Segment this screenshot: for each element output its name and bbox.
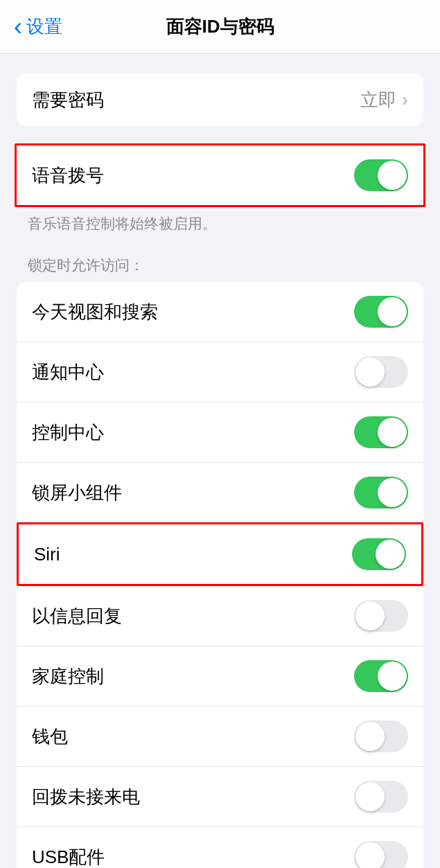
voice-dial-toggle[interactable]	[354, 159, 408, 191]
toggle-knob	[355, 842, 385, 868]
lock-access-label: 家庭控制	[32, 664, 104, 689]
toggle-knob	[376, 540, 405, 569]
lock-access-toggle[interactable]	[354, 296, 408, 328]
lock-access-label: 以信息回复	[32, 604, 122, 628]
lock-access-section: 今天视图和搜索通知中心控制中心锁屏小组件Siri以信息回复家庭控制钱包回拨未接来…	[17, 282, 423, 868]
lock-access-toggle[interactable]	[354, 841, 408, 868]
toggle-knob	[378, 662, 407, 691]
lock-access-header: 锁定时允许访问：	[0, 233, 440, 282]
lock-access-row: Siri	[19, 524, 421, 584]
highlight-siri: Siri	[17, 522, 423, 586]
voice-dial-footer: 音乐语音控制将始终被启用。	[0, 205, 440, 233]
toggle-knob	[378, 418, 407, 447]
lock-access-row: 通知中心	[17, 342, 423, 402]
toggle-knob	[355, 357, 385, 387]
lock-access-row: 钱包	[17, 706, 423, 766]
lock-access-toggle[interactable]	[354, 781, 408, 813]
lock-access-label: 锁屏小组件	[32, 481, 122, 505]
voice-dial-row: 语音拨号	[17, 145, 423, 205]
lock-access-label: 回拨未接来电	[32, 785, 140, 809]
require-passcode-value: 立即	[360, 88, 396, 112]
lock-access-label: 今天视图和搜索	[32, 300, 158, 324]
voice-dial-label: 语音拨号	[32, 163, 104, 188]
require-passcode-label: 需要密码	[32, 88, 104, 112]
lock-access-toggle[interactable]	[354, 416, 408, 448]
lock-access-label: USB配件	[32, 845, 105, 868]
chevron-left-icon: ‹	[14, 15, 22, 39]
lock-access-toggle[interactable]	[354, 720, 408, 752]
lock-access-toggle[interactable]	[354, 600, 408, 632]
lock-access-row: 回拨未接来电	[17, 766, 423, 826]
lock-access-label: 控制中心	[32, 420, 104, 445]
lock-access-toggle[interactable]	[354, 356, 408, 388]
toggle-knob	[378, 478, 407, 507]
lock-access-row: 家庭控制	[17, 646, 423, 706]
lock-access-row: 以信息回复	[17, 586, 423, 646]
lock-access-label: 通知中心	[32, 360, 104, 384]
lock-access-row: 今天视图和搜索	[17, 282, 423, 342]
toggle-knob	[355, 601, 385, 630]
chevron-right-icon: ›	[402, 89, 408, 111]
page-title: 面容ID与密码	[166, 15, 274, 39]
require-passcode-value-wrap: 立即 ›	[360, 88, 408, 112]
lock-access-label: Siri	[34, 544, 60, 565]
require-passcode-section: 需要密码 立即 ›	[17, 73, 423, 126]
toggle-knob	[378, 161, 407, 190]
lock-access-row: 控制中心	[17, 402, 423, 462]
toggle-knob	[355, 782, 385, 811]
lock-access-row: USB配件	[17, 826, 423, 868]
back-label: 设置	[26, 15, 62, 39]
lock-access-toggle[interactable]	[352, 538, 406, 570]
lock-access-toggle[interactable]	[354, 660, 408, 692]
require-passcode-row[interactable]: 需要密码 立即 ›	[17, 73, 423, 126]
lock-access-label: 钱包	[32, 725, 68, 749]
back-button[interactable]: ‹ 设置	[14, 15, 62, 39]
nav-header: ‹ 设置 面容ID与密码	[0, 0, 440, 54]
lock-access-row: 锁屏小组件	[17, 462, 423, 522]
highlight-voice-dial: 语音拨号	[15, 143, 425, 207]
toggle-knob	[355, 722, 385, 751]
toggle-knob	[378, 297, 407, 326]
lock-access-toggle[interactable]	[354, 477, 408, 508]
